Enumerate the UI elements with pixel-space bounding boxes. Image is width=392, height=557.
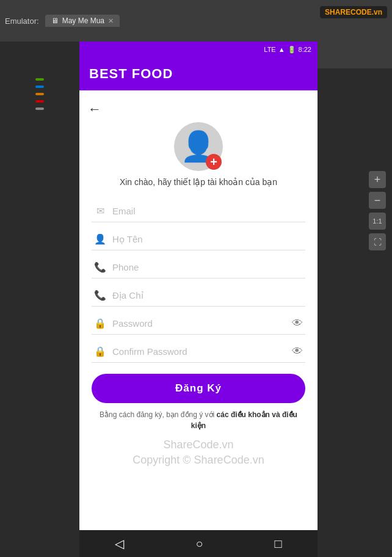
confirm-password-input-row: 🔒 👁 — [92, 341, 305, 363]
back-arrow-icon[interactable]: ← — [88, 101, 101, 117]
tab-monitor-icon: 🖥 — [51, 16, 59, 25]
email-input-row: ✉ — [92, 200, 305, 222]
status-icons: LTE ▲ 🔋 8:22 — [264, 46, 311, 54]
zoom-in-button[interactable]: + — [369, 171, 386, 188]
logo-text: SHARECODE.vn — [325, 8, 382, 16]
password-input-row: 🔒 👁 — [92, 313, 305, 335]
address-icon: 📞 — [94, 289, 106, 301]
form-container: ✉ 👤 📞 📞 🔒 👁 — [79, 194, 318, 369]
avatar-add-button[interactable]: + — [206, 154, 222, 170]
name-input[interactable] — [112, 234, 303, 244]
confirm-lock-icon: 🔒 — [94, 346, 106, 357]
terms-text: Bằng cách đăng ký, bạn đồng ý với các đi… — [79, 403, 318, 437]
lte-icon: LTE — [264, 46, 275, 53]
strip-item-5 — [35, 107, 44, 110]
avatar-section: 👤 + Xin chào, hãy thiết lập tài khoản củ… — [107, 122, 289, 187]
app-header: BEST FOOD — [79, 57, 318, 90]
signal-icon: ▲ — [278, 46, 285, 53]
back-button-container: ← — [79, 96, 318, 122]
zoom-out-button[interactable]: − — [369, 192, 386, 209]
side-controls: + − 1:1 ⛶ — [369, 171, 386, 250]
phone-input-row: 📞 — [92, 257, 305, 278]
strip-item-1 — [35, 78, 44, 81]
emulator-tab: 🖥 May Me Mua ✕ — [45, 15, 120, 27]
password-input[interactable] — [112, 318, 303, 329]
strip-item-3 — [35, 93, 44, 95]
nav-home-icon[interactable]: ○ — [195, 537, 203, 551]
left-strip — [0, 42, 79, 557]
email-icon: ✉ — [94, 205, 106, 217]
email-input[interactable] — [112, 206, 303, 216]
confirm-password-input[interactable] — [112, 346, 303, 357]
person-icon: 👤 — [94, 233, 106, 245]
lock-field-icon: 🔒 — [94, 318, 106, 329]
address-input-row: 📞 — [92, 285, 305, 307]
phone-input[interactable] — [112, 262, 303, 272]
strip-item-4 — [35, 100, 44, 103]
password-eye-icon[interactable]: 👁 — [292, 317, 303, 330]
nav-recents-icon[interactable]: □ — [274, 537, 281, 551]
fit-screen-button[interactable]: ⛶ — [369, 233, 386, 250]
sharecode-logo: SHARECODE.vn — [320, 6, 387, 18]
app-title: BEST FOOD — [89, 66, 173, 82]
tab-name: May Me Mua — [62, 16, 104, 25]
name-input-row: 👤 — [92, 228, 305, 250]
phone-frame: LTE ▲ 🔋 8:22 BEST FOOD ← 👤 + Xin chào, h… — [79, 42, 318, 557]
reset-zoom-button[interactable]: 1:1 — [369, 213, 386, 230]
tab-close-icon[interactable]: ✕ — [108, 17, 114, 25]
watermark-1: ShareCode.vn — [163, 437, 233, 453]
register-button[interactable]: Đăng Ký — [92, 374, 305, 403]
emulator-bar: Emulator: 🖥 May Me Mua ✕ SHARECODE.vn — [0, 0, 392, 42]
time-display: 8:22 — [299, 46, 311, 53]
address-input[interactable] — [112, 290, 303, 300]
avatar-circle: 👤 + — [174, 122, 223, 171]
nav-back-icon[interactable]: ◁ — [115, 536, 124, 551]
watermark-2: Copyright © ShareCode.vn — [132, 453, 264, 468]
battery-icon: 🔋 — [288, 46, 296, 54]
welcome-text: Xin chào, hãy thiết lập tài khoản của bạ… — [107, 177, 289, 187]
phone-field-icon: 📞 — [94, 261, 106, 273]
app-content: ← 👤 + Xin chào, hãy thiết lập tài khoản … — [79, 90, 318, 468]
terms-prefix: Bằng cách đăng ký, bạn đồng ý với — [100, 410, 216, 419]
emulator-label: Emulator: — [5, 16, 39, 26]
phone-bottom-bar: ◁ ○ □ — [79, 530, 318, 557]
strip-item-2 — [35, 86, 44, 88]
phone-status-bar: LTE ▲ 🔋 8:22 — [79, 42, 318, 57]
confirm-password-eye-icon[interactable]: 👁 — [292, 345, 303, 358]
